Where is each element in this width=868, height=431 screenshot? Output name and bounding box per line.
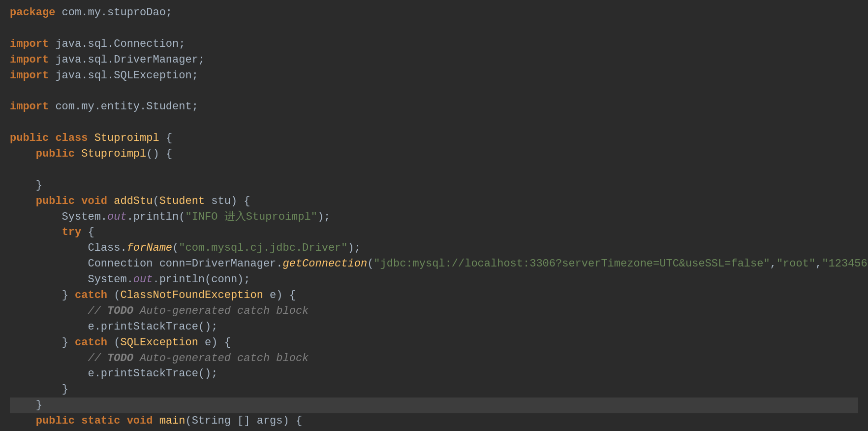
code-line-9: public class Stuproimpl {	[10, 131, 858, 146]
code-line-12: }	[10, 178, 858, 194]
code-line-16: Class.forName("com.mysql.cj.jdbc.Driver"…	[10, 240, 858, 256]
code-line-4: import java.sql.DriverManager;	[10, 52, 858, 68]
code-line-21: e.printStackTrace();	[10, 319, 858, 335]
code-line-22: } catch (SQLException e) {	[10, 335, 858, 351]
code-line-1: package com.my.stuproDao;	[10, 5, 858, 21]
code-line-26: }	[10, 398, 858, 413]
code-line-8	[10, 115, 858, 131]
code-line-7: import com.my.entity.Student;	[10, 99, 858, 115]
code-line-23: // TODO Auto-generated catch block	[10, 351, 858, 366]
code-line-10: public Stuproimpl() {	[10, 146, 858, 162]
code-line-6	[10, 83, 858, 99]
code-line-11	[10, 162, 858, 178]
code-line-3: import java.sql.Connection;	[10, 36, 858, 52]
code-line-28: Stuproimpl stuimpl=new Stuproimpl();	[10, 429, 858, 431]
code-line-13: public void addStu(Student stu) {	[10, 194, 858, 209]
code-line-27: public static void main(String [] args) …	[10, 413, 858, 429]
code-line-17: Connection conn=DriverManager.getConnect…	[10, 256, 858, 272]
code-line-5: import java.sql.SQLException;	[10, 68, 858, 84]
code-line-14: System.out.println("INFO 进入Stuproimpl");	[10, 209, 858, 225]
code-editor: package com.my.stuproDao; import java.sq…	[0, 0, 868, 431]
code-line-24: e.printStackTrace();	[10, 366, 858, 382]
code-line-2	[10, 21, 858, 36]
code-line-18: System.out.println(conn);	[10, 272, 858, 288]
code-line-19: } catch (ClassNotFoundException e) {	[10, 288, 858, 303]
code-line-25: }	[10, 382, 858, 398]
code-line-20: // TODO Auto-generated catch block	[10, 303, 858, 319]
code-line-15: try {	[10, 225, 858, 240]
